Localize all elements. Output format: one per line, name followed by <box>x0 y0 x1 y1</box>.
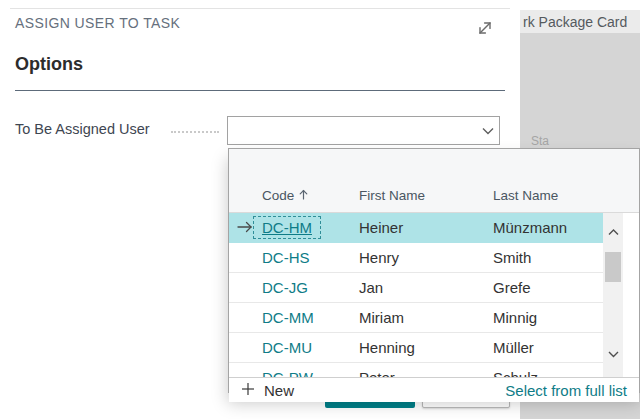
first-name-cell: Miriam <box>359 309 493 326</box>
first-name-cell: Henning <box>359 339 493 356</box>
code-link[interactable]: DC-MM <box>262 309 314 326</box>
last-name-cell: Münzmann <box>493 219 605 236</box>
list-item-dc-hs[interactable]: DC-HS Henry Smith <box>229 243 605 273</box>
options-section-title: Options <box>15 54 83 75</box>
code-link[interactable]: DC-PW <box>262 369 313 377</box>
last-name-cell: Grefe <box>493 279 605 296</box>
column-header-first-name[interactable]: First Name <box>359 188 493 203</box>
to-be-assigned-user-label: To Be Assigned User <box>15 121 150 137</box>
options-section-rule <box>15 90 505 91</box>
user-lookup-dropdown-panel: Code First Name Last Name <box>228 148 640 393</box>
scrollbar-thumb[interactable] <box>605 252 621 282</box>
code-link[interactable]: DC-MU <box>262 339 312 356</box>
column-header-code[interactable]: Code <box>262 188 359 203</box>
first-name-cell: Jan <box>359 279 493 296</box>
code-link[interactable]: DC-HS <box>262 249 310 266</box>
background-page-title: rk Package Card <box>520 14 627 30</box>
list-item-dc-mm[interactable]: DC-MM Miriam Minnig <box>229 303 605 333</box>
last-name-cell: Schulz <box>493 369 605 377</box>
list-item-dc-hm[interactable]: DC-HM Heiner Münzmann <box>229 213 605 243</box>
first-name-cell: Henry <box>359 249 493 266</box>
sort-ascending-icon <box>299 188 308 203</box>
lookup-list-viewport: DC-HM Heiner Münzmann DC-HS Henry Smith … <box>229 213 639 377</box>
column-header-last-name[interactable]: Last Name <box>493 188 639 203</box>
list-item-dc-jg[interactable]: DC-JG Jan Grefe <box>229 273 605 303</box>
lookup-rows: DC-HM Heiner Münzmann DC-HS Henry Smith … <box>229 213 605 377</box>
dialog-top-border <box>10 8 510 9</box>
selected-row-arrow-icon <box>237 219 254 236</box>
code-link[interactable]: DC-JG <box>262 279 308 296</box>
expand-arrows-icon <box>474 17 496 43</box>
list-item-dc-pw[interactable]: DC-PW Peter Schulz <box>229 363 605 377</box>
background-page-text-fragment: Sta <box>531 134 549 148</box>
last-name-cell: Müller <box>493 339 605 356</box>
last-name-cell: Minnig <box>493 309 605 326</box>
list-item-dc-mu[interactable]: DC-MU Henning Müller <box>229 333 605 363</box>
to-be-assigned-user-combobox[interactable] <box>227 116 500 145</box>
lookup-footer: New Select from full list <box>229 377 639 402</box>
plus-icon <box>241 382 255 399</box>
dialog-title: ASSIGN USER TO TASK <box>15 15 180 31</box>
to-be-assigned-user-input[interactable] <box>228 117 477 144</box>
select-from-full-list-link[interactable]: Select from full list <box>505 382 627 399</box>
new-button[interactable]: New <box>241 382 294 399</box>
field-dotted-leader <box>171 128 219 133</box>
list-scrollbar[interactable] <box>603 213 623 377</box>
first-name-cell: Heiner <box>359 219 493 236</box>
lookup-header-row: Code First Name Last Name <box>229 149 639 213</box>
first-name-cell: Peter <box>359 369 493 377</box>
last-name-cell: Smith <box>493 249 605 266</box>
background-page-titlebar: rk Package Card <box>520 10 640 33</box>
expand-dialog-button[interactable] <box>472 17 498 43</box>
scroll-up-icon[interactable] <box>603 219 623 245</box>
new-button-label: New <box>264 382 294 399</box>
scroll-down-icon[interactable] <box>603 341 623 367</box>
chevron-down-icon[interactable] <box>477 127 499 135</box>
code-link[interactable]: DC-HM <box>253 216 321 239</box>
